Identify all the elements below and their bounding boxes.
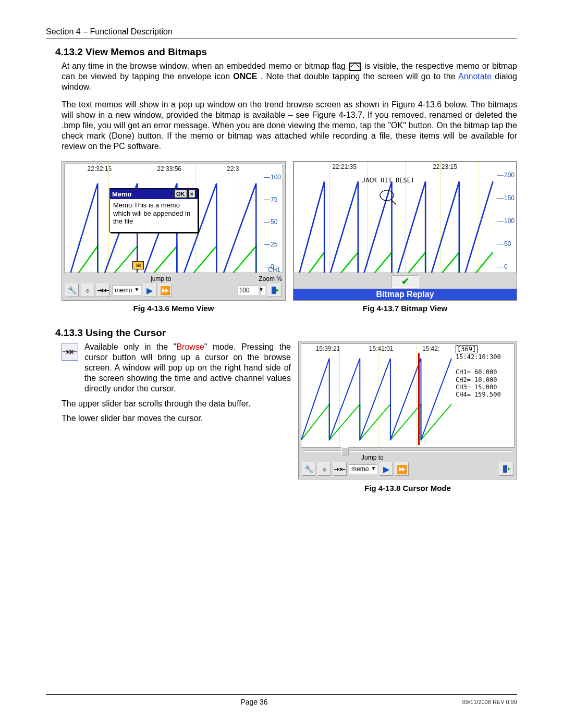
- bitmap-caption: Fig 4-13.7 Bitmap View: [363, 304, 447, 313]
- memo-close-button[interactable]: ×: [188, 190, 195, 198]
- cursor-caption: Fig 4-13.8 Cursor Mode: [298, 484, 517, 492]
- fast-forward-button[interactable]: ⏩: [158, 283, 172, 297]
- memo-caption: Fig 4-13.6 Memo View: [133, 304, 214, 313]
- bitmap-timestamps: 22:21:35 22:23:15: [294, 163, 495, 170]
- bitmap-chart-card: 22:21:35 22:23:15 200 150 100 50 0 JACK …: [293, 161, 517, 301]
- ytick: 25: [264, 241, 282, 248]
- memo-toolbar: jump to Zoom %: [64, 273, 283, 283]
- memo-popup-title: Memo: [112, 190, 132, 198]
- timestamp: 22:3: [227, 165, 239, 172]
- para-4132-1: At any time in the browse window, when a…: [62, 61, 517, 92]
- memo-toolbar-2: 🔧 ⟐ ⇥⇤ memo ▶ ⏩ 100: [64, 283, 283, 298]
- cursor-waveform: [301, 353, 454, 445]
- cursor-values-panel: [369] 15:42:10:300 CH1= 60.000 CH2= 10.0…: [456, 345, 513, 399]
- memo-popup-titlebar: Memo OK ×: [110, 189, 198, 199]
- revision: 09/11/2008 REV 0.99: [462, 699, 517, 705]
- memo-select[interactable]: memo: [349, 464, 377, 474]
- tool-btn-1[interactable]: 🔧: [302, 462, 315, 476]
- cursor-plot: 15:39:21 15:41:01 15:42: [369] 15:42:10:…: [301, 343, 515, 448]
- cursor-tool-button[interactable]: ⇥⇤: [333, 462, 347, 476]
- fig-cursor-mode: 15:39:21 15:41:01 15:42: [369] 15:42:10:…: [298, 341, 517, 492]
- text: Available only in the ": [84, 342, 176, 351]
- memo-popup-body: Memo:This is a memo which will be append…: [110, 199, 198, 232]
- exit-button[interactable]: [499, 462, 513, 476]
- timestamp: 15:41:01: [369, 345, 394, 352]
- text: . Note that double tapping the screen wi…: [261, 72, 458, 81]
- memo-plot: 22:32:16 22:33:56 22:3 100 75 50 25 0: [64, 164, 283, 273]
- ytick: 50: [497, 240, 515, 248]
- jump-to-label: Jump to: [361, 454, 384, 461]
- timestamp: 22:23:15: [433, 163, 457, 170]
- timestamp: 22:21:35: [332, 163, 357, 170]
- memo-marker-icon[interactable]: ✉: [132, 261, 144, 269]
- tool-btn-1[interactable]: 🔧: [65, 283, 79, 297]
- ytick: 0: [497, 263, 515, 270]
- ytick: 100: [264, 174, 282, 181]
- memo-chart-card: 22:32:16 22:33:56 22:3 100 75 50 25 0: [62, 161, 286, 301]
- bitmap-check-row: ✔: [293, 273, 517, 289]
- bitmap-y-ticks: 200 150 100 50 0: [497, 171, 515, 270]
- heading-4133: 4.13.3 Using the Cursor: [55, 327, 517, 339]
- memo-y-ticks: 100 75 50 25 0: [264, 174, 282, 270]
- annotate-link[interactable]: Annotate: [458, 72, 492, 81]
- fig-memo-view: 22:32:16 22:33:56 22:3 100 75 50 25 0: [62, 161, 286, 313]
- timestamp: 15:42:: [422, 345, 439, 352]
- ytick: 150: [497, 194, 515, 202]
- fast-forward-button[interactable]: ⏩: [395, 462, 409, 476]
- bitmap-replay-title: Bitmap Replay: [293, 289, 517, 300]
- bitmap-scribble-icon: [377, 186, 396, 205]
- ytick: 100: [497, 217, 515, 225]
- ytick: 200: [497, 171, 515, 179]
- para-4132-2: The text memos will show in a pop up win…: [62, 100, 517, 152]
- ytick: 75: [264, 196, 282, 203]
- svg-line-2: [391, 200, 396, 205]
- cursor-button-icon: ⇥⇤: [62, 343, 78, 361]
- bitmap-plot: 22:21:35 22:23:15 200 150 100 50 0 JACK …: [293, 162, 517, 273]
- cursor-time: 15:42:10:300: [456, 353, 501, 361]
- cursor-toolbar: 🔧 ⟐ ⇥⇤ memo ▶ ⏩: [301, 462, 515, 477]
- zoom-input[interactable]: 100: [238, 286, 259, 295]
- jump-to-label: jump to: [151, 275, 171, 282]
- text: At any time in the browse window, when a…: [62, 61, 348, 70]
- footer: Page 36 09/11/2008 REV 0.99: [46, 694, 517, 706]
- svg-marker-4: [508, 467, 510, 471]
- play-button[interactable]: ▶: [143, 283, 156, 297]
- timestamp: 15:39:21: [316, 345, 340, 352]
- svg-marker-1: [276, 289, 279, 292]
- memo-ok-button[interactable]: OK: [174, 190, 187, 198]
- cursor-ch2: CH2= 10.000: [456, 376, 497, 384]
- upper-slider[interactable]: [301, 448, 515, 454]
- bitmap-annotation: JACK HIT RESET: [362, 177, 414, 184]
- figure-row: 22:32:16 22:33:56 22:3 100 75 50 25 0: [62, 161, 517, 313]
- memo-select[interactable]: memo: [112, 286, 141, 295]
- svg-rect-0: [272, 287, 276, 294]
- timestamp: 22:33:56: [157, 165, 181, 172]
- svg-rect-3: [503, 465, 507, 473]
- envelope-icon: [349, 63, 361, 71]
- tool-btn-2[interactable]: ⟐: [81, 283, 94, 297]
- cursor-jump-label-row: Jump to: [301, 454, 515, 462]
- ytick: 50: [264, 218, 282, 226]
- page-number: Page 36: [240, 698, 267, 706]
- zoom-dropdown[interactable]: [261, 286, 265, 295]
- done-check-button[interactable]: ✔: [391, 275, 419, 288]
- cursor-ch3: CH3= 15.000: [456, 384, 497, 391]
- cursor-chart-card: 15:39:21 15:41:01 15:42: [369] 15:42:10:…: [298, 341, 517, 479]
- cursor-ch1: CH1= 60.000: [456, 368, 497, 376]
- memo-timestamps: 22:32:16 22:33:56 22:3: [65, 165, 262, 172]
- divider: [46, 39, 517, 39]
- exit-button[interactable]: [267, 283, 282, 297]
- cursor-line[interactable]: [418, 353, 420, 445]
- play-button[interactable]: ▶: [380, 462, 393, 476]
- text-bold-once: ONCE: [233, 72, 257, 81]
- cursor-tool-button[interactable]: ⇥⇤: [96, 283, 110, 297]
- section-header: Section 4 – Functional Description: [46, 27, 517, 36]
- zoom-label: Zoom %: [259, 275, 282, 282]
- heading-4132: 4.13.2 View Memos and Bitmaps: [55, 46, 517, 58]
- fig-bitmap-view: 22:21:35 22:23:15 200 150 100 50 0 JACK …: [293, 161, 517, 313]
- ch1-label: CH1: [268, 266, 280, 273]
- browse-text: Browse: [176, 342, 204, 351]
- cursor-ch4: CH4= 159.500: [456, 391, 501, 398]
- para-4133-1: Available only in the "Browse" mode. Pre…: [84, 342, 291, 394]
- tool-btn-2[interactable]: ⟐: [317, 462, 331, 476]
